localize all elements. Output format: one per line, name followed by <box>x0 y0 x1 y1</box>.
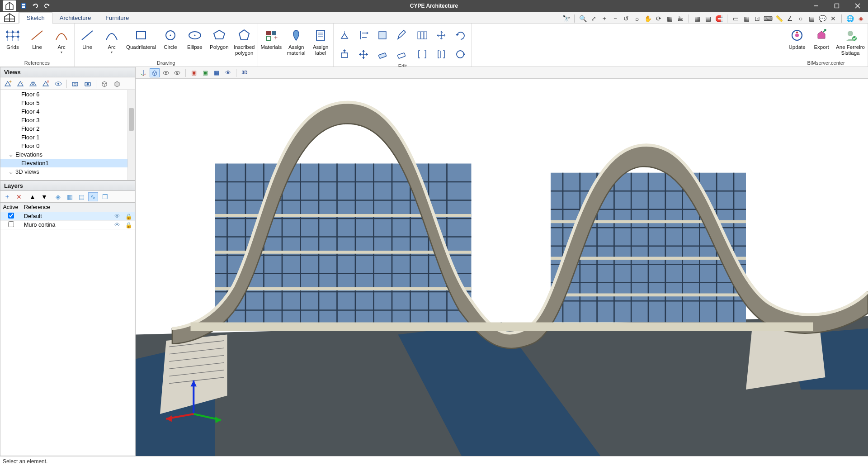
user-button[interactable]: Ane Ferreiro Sistiaga <box>836 25 865 56</box>
keyboard-icon[interactable]: ⌨ <box>764 14 773 23</box>
views-item-floor[interactable]: Floor 6 <box>0 90 135 99</box>
views-category-3dviews[interactable]: 3D views <box>0 167 135 176</box>
views-camera2-icon[interactable] <box>82 79 93 89</box>
layers-col-active[interactable]: Active <box>0 203 21 212</box>
ref-arc-button[interactable]: Arc ▾ <box>52 25 71 54</box>
layer-active-checkbox[interactable] <box>8 221 14 227</box>
settings-diamond-icon[interactable]: ◈ <box>856 14 865 23</box>
draw-arc-button[interactable]: Arc ▾ <box>102 25 122 54</box>
circle-button[interactable]: Circle <box>160 25 180 50</box>
save-button[interactable] <box>19 1 28 10</box>
materials-button[interactable]: + Materials <box>261 25 282 50</box>
views-edit-icon[interactable] <box>15 79 26 89</box>
vt-style2-icon[interactable]: ▣ <box>200 68 210 77</box>
edit-array-icon[interactable] <box>414 27 430 43</box>
views-item-floor[interactable]: Floor 5 <box>0 99 135 107</box>
layers-delete-icon[interactable]: ✕ <box>14 192 24 201</box>
grid2-icon[interactable]: ▤ <box>703 14 712 23</box>
zoom-in-icon[interactable]: ＋ <box>600 14 609 23</box>
views-item-floor[interactable]: Floor 1 <box>0 133 135 142</box>
grid-icon[interactable]: ▦ <box>693 14 702 23</box>
edit-rotate-icon[interactable] <box>452 27 468 43</box>
tab-furniture[interactable]: Furniture <box>98 13 136 23</box>
edit-move4-icon[interactable] <box>433 27 449 43</box>
edit-pencil-icon[interactable] <box>393 27 410 43</box>
layer-row[interactable]: Default👁🔒 <box>0 212 135 221</box>
x-icon[interactable]: ✕ <box>829 14 838 23</box>
edit-extrude-icon[interactable] <box>336 27 353 43</box>
layer-visibility-icon[interactable]: 👁 <box>111 213 123 219</box>
layers-cube-icon[interactable]: ❒ <box>100 192 110 201</box>
layers-down-icon[interactable]: ▼ <box>39 192 49 201</box>
inscribed-polygon-button[interactable]: Inscribed polygon <box>234 25 255 56</box>
redraw-icon[interactable]: ▦ <box>665 14 674 23</box>
views-item-floor[interactable]: Floor 3 <box>0 116 135 124</box>
vt-cube-icon[interactable] <box>150 68 160 77</box>
orbit-icon[interactable]: ⟳ <box>654 14 663 23</box>
layer-active-checkbox[interactable] <box>8 213 14 219</box>
layer-visibility-icon[interactable]: 👁 <box>111 222 123 228</box>
maximize-button[interactable] <box>826 0 847 12</box>
globe-icon[interactable]: 🌐 <box>845 14 854 23</box>
vt-eye-icon[interactable] <box>161 68 171 77</box>
print-icon[interactable]: 🖶 <box>676 14 685 23</box>
grids-button[interactable]: Grids <box>3 25 23 50</box>
layer-lock-icon[interactable]: 🔒 <box>123 222 135 228</box>
layers-grid-icon[interactable]: ▦ <box>65 192 75 201</box>
vt-eye3-icon[interactable]: 👁 <box>223 68 233 77</box>
assign-label-button[interactable]: Assign label <box>311 25 330 56</box>
chat-icon[interactable]: 💬 <box>818 14 827 23</box>
layer-lock-icon[interactable]: 🔒 <box>123 213 135 220</box>
close-button[interactable] <box>847 0 868 12</box>
magnet-icon[interactable]: 🧲 <box>714 14 723 23</box>
zoom-prev-icon[interactable]: ↺ <box>622 14 631 23</box>
views-copy-icon[interactable] <box>28 79 38 89</box>
draw-line-button[interactable]: Line <box>77 25 97 50</box>
angle-icon[interactable]: ∠ <box>785 14 794 23</box>
ref-line-button[interactable]: Line <box>27 25 47 50</box>
quadrilateral-button[interactable]: Quadrilateral <box>126 25 156 50</box>
edit-move-icon[interactable] <box>355 46 372 62</box>
layers-add-icon[interactable]: ＋ <box>2 192 12 201</box>
dash-icon[interactable]: ⊡ <box>753 14 762 23</box>
edit-face-icon[interactable] <box>374 27 391 43</box>
layers-grid2-icon[interactable]: ▤ <box>76 192 86 201</box>
zoom-selection-icon[interactable]: ⌕ <box>632 14 642 23</box>
layers-col-reference[interactable]: Reference <box>21 203 135 212</box>
views-box2-icon[interactable] <box>112 79 123 89</box>
rect-select-icon[interactable]: ▭ <box>731 14 740 23</box>
zoom-extents-icon[interactable]: ⤢ <box>589 14 598 23</box>
ruler-icon[interactable]: 📏 <box>774 14 783 23</box>
edit-align-icon[interactable] <box>355 27 372 43</box>
vt-axis-icon[interactable] <box>138 68 148 77</box>
vt-style3-icon[interactable]: ▦ <box>212 68 222 77</box>
views-camera-icon[interactable] <box>70 79 80 89</box>
views-item-floor[interactable]: Floor 4 <box>0 107 135 116</box>
layers-icon[interactable]: ▤ <box>807 14 816 23</box>
assign-material-button[interactable]: Assign material <box>286 25 306 56</box>
views-scrollbar[interactable] <box>127 90 135 180</box>
vt-eye2-icon[interactable] <box>172 68 182 77</box>
views-delete-icon[interactable]: × <box>40 79 51 89</box>
layers-up-icon[interactable]: ▲ <box>28 192 38 201</box>
edit-brackets2-icon[interactable] <box>433 46 449 62</box>
views-box-icon[interactable] <box>99 79 110 89</box>
tab-architecture[interactable]: Architecture <box>52 13 98 23</box>
edit-erase2-icon[interactable] <box>393 46 410 62</box>
zoom-out-icon[interactable]: － <box>611 14 620 23</box>
update-button[interactable]: Update <box>787 25 807 50</box>
layers-iso-icon[interactable]: ◈ <box>53 192 63 201</box>
undo-button[interactable] <box>31 1 40 10</box>
vt-3d-icon[interactable]: 3D <box>240 68 250 77</box>
edit-box-up-icon[interactable] <box>336 46 353 62</box>
tab-sketch[interactable]: Sketch <box>19 12 52 24</box>
app-logo[interactable] <box>0 12 19 23</box>
layers-curve-icon[interactable]: ∿ <box>88 192 98 201</box>
hatch-icon[interactable]: ▦ <box>742 14 751 23</box>
minimize-button[interactable] <box>806 0 826 12</box>
views-new-icon[interactable]: + <box>2 79 13 89</box>
views-item-elevation[interactable]: Elevation1 <box>0 159 135 167</box>
zoom-window-icon[interactable]: 🔍 <box>578 14 587 23</box>
edit-erase-icon[interactable] <box>374 46 391 62</box>
circle-sel-icon[interactable]: ○ <box>796 14 805 23</box>
